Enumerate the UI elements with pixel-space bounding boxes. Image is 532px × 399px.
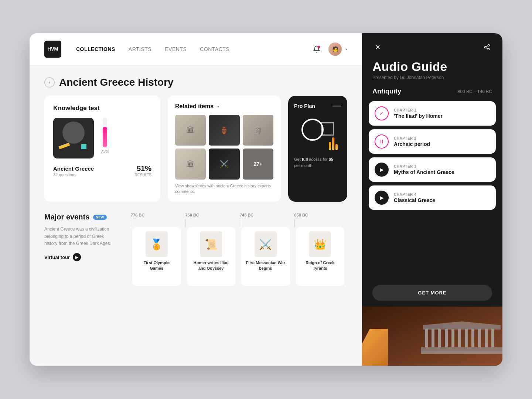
pro-cta-bold: full bbox=[302, 157, 308, 161]
right-bottom-image bbox=[362, 307, 502, 366]
chapter-item-4[interactable]: ▶ CHAPTER 4 Classical Greece bbox=[369, 185, 496, 210]
bottom-section: Major events NEW Ancient Greece was a ci… bbox=[44, 213, 347, 286]
antiquity-row: Antiquity 800 BC – 146 BC bbox=[362, 88, 502, 101]
chapter-info-2: CHAPTER 2 Archaic period bbox=[394, 136, 490, 147]
thumb-4-icon: 🏛 bbox=[187, 160, 194, 168]
timeline-item-3: 650 BC 👑 Reign of Greek Tyrants bbox=[293, 213, 348, 286]
chapter-num-1: CHAPTER 1 bbox=[394, 108, 490, 112]
timeline-card-1[interactable]: 📜 Homer writes Iliad and Odyssey bbox=[187, 227, 236, 286]
pro-bars bbox=[329, 137, 338, 150]
chapter-item-1[interactable]: ✓ CHAPTER 1 'The Iliad' by Homer bbox=[369, 101, 496, 126]
virtual-tour-button[interactable]: Virtual tour ▶ bbox=[44, 253, 118, 261]
timeline-card-3[interactable]: 👑 Reign of Greek Tyrants bbox=[296, 227, 345, 286]
new-badge: NEW bbox=[93, 215, 107, 220]
user-avatar[interactable]: 🧑 ▾ bbox=[328, 42, 347, 56]
audio-guide-title: Audio Guide bbox=[362, 52, 502, 75]
percent-label: 51% bbox=[135, 164, 151, 173]
chapter-info-3: CHAPTER 3 Myths of Ancient Greece bbox=[394, 164, 490, 175]
timeline-card-2[interactable]: ⚔️ First Messenian War begins bbox=[241, 227, 290, 286]
deco-square bbox=[81, 144, 86, 149]
svg-rect-17 bbox=[485, 329, 488, 347]
pro-price: $5 bbox=[329, 157, 333, 161]
related-thumb-more[interactable]: 27+ bbox=[243, 149, 273, 179]
major-events-description: Ancient Greece was a civilization belong… bbox=[44, 226, 118, 247]
timeline-item-1: 750 BC 📜 Homer writes Iliad and Odyssey bbox=[184, 213, 239, 286]
timeline-caption-3: Reign of Greek Tyrants bbox=[300, 260, 340, 271]
logo: HVM bbox=[44, 41, 61, 58]
close-button[interactable]: ✕ bbox=[372, 42, 383, 52]
chapter-item-3[interactable]: ▶ CHAPTER 3 Myths of Ancient Greece bbox=[369, 157, 496, 182]
chapter-btn-1[interactable]: ✓ bbox=[375, 106, 389, 120]
back-button[interactable]: ‹ bbox=[44, 77, 55, 88]
pro-dash bbox=[332, 106, 341, 106]
antiquity-label: Antiquity bbox=[372, 88, 401, 95]
chapter-btn-4[interactable]: ▶ bbox=[375, 191, 389, 205]
pro-cta-get: Get bbox=[294, 157, 301, 161]
related-thumb-5[interactable]: ⚔️ bbox=[209, 149, 239, 179]
svg-rect-14 bbox=[465, 329, 468, 347]
timeline: 776 BC 🏅 First Olympic Games 750 BC 📜 Ho… bbox=[129, 213, 347, 286]
chapter-btn-3[interactable]: ▶ bbox=[375, 163, 389, 177]
timeline-fig-2: ⚔️ bbox=[255, 231, 277, 257]
subject-info: Ancient Greece 32 questions bbox=[53, 166, 94, 177]
pro-plan-card: Pro Plan Get full bbox=[288, 96, 347, 202]
timeline-line-0 bbox=[131, 219, 131, 227]
right-panel-header: ✕ bbox=[362, 33, 502, 52]
major-events-left: Major events NEW Ancient Greece was a ci… bbox=[44, 213, 118, 286]
chapter-btn-2[interactable]: ⏸ bbox=[375, 134, 389, 149]
related-header: Related items ▾ bbox=[175, 103, 273, 110]
nav-artists[interactable]: ARTISTS bbox=[129, 46, 151, 52]
bell-icon[interactable] bbox=[311, 43, 323, 55]
svg-point-0 bbox=[318, 46, 320, 48]
svg-line-4 bbox=[486, 48, 488, 49]
knowledge-inner: AVG bbox=[53, 118, 151, 158]
nav-contacts[interactable]: CONTACTS bbox=[200, 46, 229, 52]
related-description: View showpieces with ancient Greece hist… bbox=[175, 183, 273, 195]
svg-rect-8 bbox=[425, 329, 428, 347]
timeline-caption-2: First Messenian War begins bbox=[246, 260, 286, 271]
svg-rect-6 bbox=[421, 351, 502, 354]
timeline-caption-0: First Olympic Games bbox=[137, 260, 177, 271]
svg-rect-7 bbox=[421, 347, 502, 351]
share-button[interactable] bbox=[482, 42, 492, 52]
right-panel: ✕ Audio Guide Presented by Dr. Johnatan … bbox=[362, 33, 502, 366]
chapter-name-4: Classical Greece bbox=[394, 197, 490, 203]
related-thumb-3[interactable]: 🗿 bbox=[243, 115, 273, 146]
pro-circle-shape bbox=[301, 119, 324, 141]
svg-rect-16 bbox=[478, 329, 481, 347]
chapters-list: ✓ CHAPTER 1 'The Iliad' by Homer ⏸ CHAPT… bbox=[362, 101, 502, 279]
chevron-down-icon: ▾ bbox=[345, 47, 347, 51]
subject-label: Ancient Greece bbox=[53, 166, 94, 172]
pro-plan-label: Pro Plan bbox=[294, 103, 315, 109]
virtual-tour-arrow-icon: ▶ bbox=[73, 253, 81, 261]
svg-rect-10 bbox=[438, 329, 441, 347]
timeline-fig-1: 📜 bbox=[200, 231, 222, 257]
pro-period: per month bbox=[294, 163, 313, 168]
svg-marker-20 bbox=[423, 321, 501, 325]
results-label: RESULTS bbox=[135, 173, 151, 177]
related-thumb-2[interactable]: 🏺 bbox=[209, 115, 239, 146]
chapter-item-2[interactable]: ⏸ CHAPTER 2 Archaic period bbox=[369, 129, 496, 154]
related-chevron-icon[interactable]: ▾ bbox=[217, 105, 219, 109]
svg-point-3 bbox=[488, 48, 490, 50]
nav-events[interactable]: EVENTS bbox=[165, 46, 187, 52]
svg-rect-13 bbox=[458, 329, 461, 347]
avg-label: AVG bbox=[101, 150, 109, 154]
pro-plan-header: Pro Plan bbox=[294, 103, 341, 109]
main-content: ‹ Ancient Greece History Knowledge test bbox=[30, 65, 362, 366]
sculpture-thumbnail bbox=[53, 118, 94, 158]
chapter-num-2: CHAPTER 2 bbox=[394, 136, 490, 140]
timeline-year-1: 750 BC bbox=[184, 213, 199, 217]
results-info: 51% RESULTS bbox=[135, 164, 151, 177]
chapter-num-4: CHAPTER 4 bbox=[394, 192, 490, 197]
related-thumb-4[interactable]: 🏛 bbox=[175, 149, 206, 179]
svg-rect-19 bbox=[423, 325, 501, 330]
timeline-item-0: 776 BC 🏅 First Olympic Games bbox=[129, 213, 184, 286]
bar-track bbox=[103, 118, 107, 147]
virtual-tour-label: Virtual tour bbox=[44, 255, 70, 260]
nav-collections[interactable]: COLLECTIONS bbox=[76, 46, 115, 52]
related-thumb-1[interactable]: 🏛 bbox=[175, 115, 206, 146]
timeline-card-0[interactable]: 🏅 First Olympic Games bbox=[132, 227, 181, 286]
get-more-button[interactable]: GET MORE bbox=[372, 285, 492, 301]
timeline-fig-0: 🏅 bbox=[146, 231, 168, 257]
